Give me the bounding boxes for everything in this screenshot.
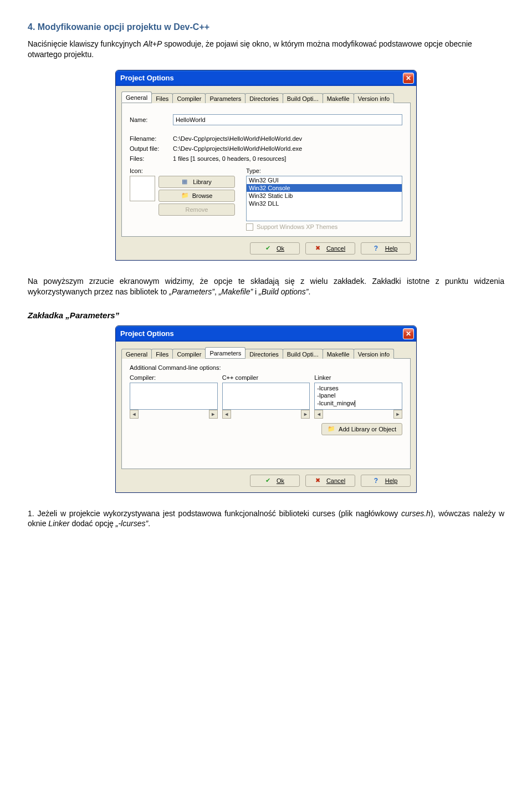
library-button[interactable]: Library bbox=[158, 176, 235, 188]
ok-button[interactable]: Ok bbox=[250, 475, 300, 487]
output-label: Output file: bbox=[130, 145, 173, 152]
quote-parameters: „Parameters” bbox=[169, 287, 214, 296]
linker-line: -lcunit_mingw bbox=[317, 400, 400, 408]
folder-icon bbox=[181, 192, 189, 200]
ok-button[interactable]: Ok bbox=[250, 242, 300, 255]
tab-panel-parameters: Additional Command-line options: Compile… bbox=[121, 358, 411, 469]
text-cursor bbox=[355, 400, 355, 407]
tab-makefile[interactable]: Makefile bbox=[323, 349, 354, 359]
scroll-right-icon[interactable]: ► bbox=[301, 410, 310, 419]
quote-build-options: „Build options” bbox=[259, 287, 309, 296]
foot-d: . bbox=[148, 519, 150, 528]
help-icon bbox=[374, 477, 382, 485]
foot-opt: „-lcurses” bbox=[116, 519, 148, 528]
browse-button-label: Browse bbox=[192, 192, 213, 199]
filename-value: C:\Dev-Cpp\projects\HelloWorld\HelloWorl… bbox=[173, 135, 302, 142]
x-icon bbox=[315, 245, 323, 252]
tab-version-info[interactable]: Version info bbox=[354, 93, 394, 103]
foot-a: 1. Jeżeli w projekcie wykorzystywana jes… bbox=[28, 509, 401, 518]
output-value: C:\Dev-Cpp\projects\HelloWorld\HelloWorl… bbox=[173, 145, 302, 152]
mid-end: . bbox=[309, 287, 311, 296]
titlebar[interactable]: Project Options ✕ bbox=[116, 70, 416, 86]
ok-label: Ok bbox=[277, 477, 284, 484]
close-icon[interactable]: ✕ bbox=[403, 73, 414, 84]
additional-options-label: Additional Command-line options: bbox=[130, 364, 402, 371]
compiler-column-label: Compiler: bbox=[130, 374, 218, 381]
folder-icon bbox=[328, 425, 335, 433]
tabbar: General Files Compiler Parameters Direct… bbox=[121, 346, 411, 358]
cancel-button[interactable]: Cancel bbox=[305, 475, 355, 487]
foot-linker: Linker bbox=[48, 519, 69, 528]
cpp-column-label: C++ compiler bbox=[222, 374, 310, 381]
keystroke: Alt+P bbox=[144, 39, 162, 48]
middle-paragraph: Na powyższym zrzucie ekranowym widzimy, … bbox=[28, 276, 504, 297]
check-icon bbox=[265, 477, 273, 485]
icon-label: Icon: bbox=[130, 167, 235, 174]
linker-column-label: Linker bbox=[314, 374, 402, 381]
remove-button-label: Remove bbox=[186, 206, 208, 213]
tab-compiler[interactable]: Compiler bbox=[172, 349, 206, 359]
cancel-label: Cancel bbox=[326, 245, 345, 252]
tab-version-info[interactable]: Version info bbox=[354, 349, 394, 359]
remove-button: Remove bbox=[158, 203, 235, 216]
tab-general[interactable]: General bbox=[121, 349, 152, 359]
help-label: Help bbox=[385, 245, 398, 252]
tab-parameters[interactable]: Parameters bbox=[205, 93, 245, 103]
tab-files[interactable]: Files bbox=[151, 93, 173, 103]
list-item[interactable]: Win32 DLL bbox=[247, 200, 402, 207]
scroll-right-icon[interactable]: ► bbox=[209, 410, 218, 419]
scroll-left-icon[interactable]: ◄ bbox=[314, 410, 323, 419]
tab-files[interactable]: Files bbox=[151, 349, 173, 359]
add-library-button[interactable]: Add Library or Object bbox=[321, 423, 402, 435]
close-icon[interactable]: ✕ bbox=[403, 328, 414, 339]
list-item[interactable]: Win32 GUI bbox=[247, 176, 402, 184]
check-icon bbox=[265, 245, 273, 252]
foot-c: dodać opcję bbox=[70, 519, 116, 528]
xp-themes-option: Support Windows XP Themes bbox=[246, 223, 402, 231]
scroll-left-icon[interactable]: ◄ bbox=[222, 410, 231, 419]
tab-directories[interactable]: Directories bbox=[245, 349, 283, 359]
checkbox-icon bbox=[246, 223, 253, 231]
tab-directories[interactable]: Directories bbox=[245, 93, 283, 103]
tab-build-options[interactable]: Build Opti... bbox=[283, 93, 323, 103]
type-listbox[interactable]: Win32 GUI Win32 Console Win32 Static Lib… bbox=[246, 176, 402, 221]
list-item[interactable]: Win32 Static Lib bbox=[247, 192, 402, 200]
scroll-left-icon[interactable]: ◄ bbox=[130, 410, 139, 419]
titlebar[interactable]: Project Options ✕ bbox=[116, 326, 416, 342]
browse-button[interactable]: Browse bbox=[158, 190, 235, 202]
window-title: Project Options bbox=[120, 329, 174, 338]
scroll-right-icon[interactable]: ► bbox=[393, 410, 402, 419]
ok-label: Ok bbox=[277, 245, 284, 252]
tab-panel-general: Name: HelloWorld Filename: C:\Dev-Cpp\pr… bbox=[121, 103, 411, 237]
tab-general[interactable]: General bbox=[121, 91, 152, 103]
window-title: Project Options bbox=[120, 74, 174, 82]
project-options-dialog-parameters: Project Options ✕ General Files Compiler… bbox=[115, 325, 417, 493]
list-item-selected[interactable]: Win32 Console bbox=[247, 184, 402, 192]
linker-textarea[interactable]: -lcurses -lpanel -lcunit_mingw bbox=[314, 383, 402, 410]
name-value: HelloWorld bbox=[176, 116, 206, 123]
tab-makefile[interactable]: Makefile bbox=[323, 93, 354, 103]
mid-sep2: i bbox=[253, 287, 259, 296]
intro-paragraph: Naciśnięcie klawiszy funkcyjnych Alt+P s… bbox=[28, 39, 504, 60]
compiler-textarea[interactable] bbox=[130, 383, 218, 410]
add-library-label: Add Library or Object bbox=[339, 426, 396, 432]
icon-preview bbox=[130, 176, 155, 201]
cpp-textarea[interactable] bbox=[222, 383, 310, 410]
help-label: Help bbox=[385, 477, 398, 484]
tab-parameters[interactable]: Parameters bbox=[205, 347, 245, 358]
help-button[interactable]: Help bbox=[361, 242, 411, 255]
type-label: Type: bbox=[246, 167, 402, 174]
filename-label: Filename: bbox=[130, 135, 173, 142]
files-label: Files: bbox=[130, 155, 173, 162]
library-button-label: Library bbox=[193, 179, 212, 185]
cancel-label: Cancel bbox=[326, 477, 345, 484]
tab-build-options[interactable]: Build Opti... bbox=[283, 349, 323, 359]
help-icon bbox=[374, 245, 382, 252]
cancel-button[interactable]: Cancel bbox=[305, 242, 355, 255]
help-button[interactable]: Help bbox=[361, 475, 411, 487]
mid-sep1: , bbox=[214, 287, 219, 296]
name-label: Name: bbox=[130, 116, 173, 123]
linker-line: -lcurses bbox=[317, 385, 400, 393]
name-input[interactable]: HelloWorld bbox=[173, 114, 402, 125]
tab-compiler[interactable]: Compiler bbox=[172, 93, 206, 103]
